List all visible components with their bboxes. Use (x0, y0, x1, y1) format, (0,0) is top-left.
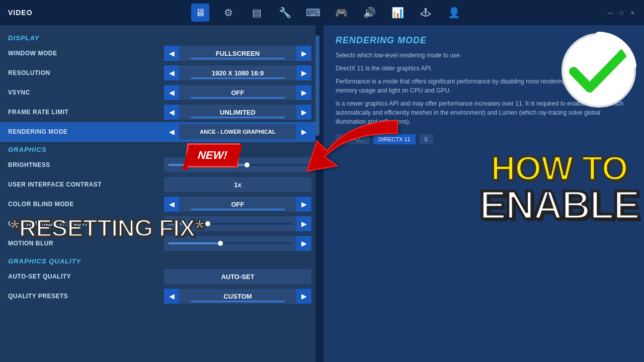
minimize-button[interactable]: — (607, 9, 614, 16)
vsync-control: ◀ OFF ▶ (164, 85, 311, 100)
resolution-control: ◀ 1920 X 1080 16:9 ▶ (164, 65, 311, 80)
nav-keyboard-icon[interactable]: ⌨ (304, 4, 322, 22)
rendering-desc-2: DirectX 11 is the older graphics API. (336, 64, 632, 73)
frame-rate-left-arrow[interactable]: ◀ (164, 105, 179, 120)
rendering-desc-1: Selects which low-level rendering mode t… (336, 51, 632, 60)
nav-tool-icon[interactable]: 🔧 (276, 4, 294, 22)
window-mode-value: FULLSCREEN (179, 46, 296, 61)
nav-icons: 🖥 ⚙ ▤ 🔧 ⌨ 🎮 🔊 📊 🕹 👤 (48, 4, 607, 22)
section-header-display: DISPLAY (0, 30, 319, 44)
nav-account-icon[interactable]: 👤 (445, 4, 463, 22)
setting-row-vsync: VSYNC ◀ OFF ▶ (0, 83, 319, 103)
setting-row-motion-blur: MOTION BLUR ▶ (0, 234, 319, 253)
nav-audio-icon[interactable]: 🔊 (360, 4, 378, 22)
nav-network-icon[interactable]: 📊 (388, 4, 407, 22)
setting-row-rendering-mode[interactable]: RENDERING MODE ◀ ANCE - LOWER GRAPHICAL … (0, 122, 319, 142)
motion-blur-control: ▶ (164, 236, 311, 251)
rendering-mode-right-arrow[interactable]: ▶ (296, 124, 311, 139)
window-mode-control: ◀ FULLSCREEN ▶ (164, 46, 311, 61)
setting-row-brightness: BRIGHTNESS (0, 155, 319, 175)
panel-divider (319, 25, 324, 362)
color-blind-strength-right-arrow[interactable]: ▶ (296, 216, 311, 231)
rendering-desc-3: Performance is a mode that offers signif… (336, 77, 632, 95)
frame-rate-label: FRAME RATE LIMIT (8, 109, 164, 116)
rendering-desc-4: is a newer graphics API and may offer pe… (336, 99, 632, 126)
dx-11-option[interactable]: DIRECTX 11 (373, 134, 416, 144)
vsync-right-arrow[interactable]: ▶ (296, 85, 311, 100)
window-mode-label: WINDOW MODE (8, 50, 164, 57)
nav-display-icon[interactable]: ▤ (248, 4, 266, 22)
vsync-value: OFF (179, 85, 296, 100)
setting-row-quality-presets: QUALITY PRESETS ◀ CUSTOM ▶ (0, 287, 319, 306)
color-blind-strength-control: ▶ (164, 216, 311, 231)
dx-12-option[interactable]: E (420, 134, 433, 144)
rendering-mode-left-arrow[interactable]: ◀ (164, 124, 179, 139)
motion-blur-right-arrow[interactable]: ▶ (296, 236, 311, 251)
app-title: VIDEO (8, 9, 33, 17)
color-blind-strength-slider[interactable] (164, 216, 296, 231)
motion-blur-label: MOTION BLUR (8, 240, 164, 247)
section-header-graphics: GRAPHICS (0, 142, 319, 155)
quality-presets-right-arrow[interactable]: ▶ (296, 289, 311, 304)
color-blind-control: ◀ OFF ▶ (164, 197, 311, 212)
color-blind-value: OFF (179, 197, 296, 212)
frame-rate-right-arrow[interactable]: ▶ (296, 105, 311, 120)
setting-row-auto-set: AUTO-SET QUALITY AUTO-SET (0, 267, 319, 287)
auto-set-label: AUTO-SET QUALITY (8, 273, 164, 280)
color-blind-label: COLOR BLIND MODE (8, 201, 164, 208)
motion-blur-slider[interactable] (164, 236, 296, 251)
close-button[interactable]: ✕ (629, 9, 636, 16)
auto-set-value: AUTO-SET (164, 269, 311, 284)
brightness-control (164, 157, 311, 172)
nav-controller-icon[interactable]: 🎮 (332, 4, 350, 22)
main-layout: DISPLAY WINDOW MODE ◀ FULLSCREEN ▶ RESOL… (0, 25, 644, 362)
auto-set-control: AUTO-SET (164, 269, 311, 284)
frame-rate-value: UNLIMITED (179, 105, 296, 120)
rendering-mode-title: RENDERING MODE (336, 35, 632, 46)
nav-settings-icon[interactable]: ⚙ (219, 4, 237, 22)
ui-contrast-value: 1x (164, 177, 311, 192)
scrollbar-thumb[interactable] (315, 35, 319, 136)
quality-presets-label: QUALITY PRESETS (8, 293, 164, 300)
nav-video-icon[interactable]: 🖥 (191, 4, 209, 22)
vsync-label: VSYNC (8, 89, 164, 96)
maximize-button[interactable]: □ (618, 9, 625, 16)
quality-presets-value: CUSTOM (179, 289, 296, 304)
setting-row-ui-contrast: USER INTERFACE CONTRAST 1x (0, 175, 319, 195)
ui-contrast-label: USER INTERFACE CONTRAST (8, 181, 164, 188)
scrollbar[interactable] (315, 25, 319, 362)
resolution-left-arrow[interactable]: ◀ (164, 65, 179, 80)
left-panel: DISPLAY WINDOW MODE ◀ FULLSCREEN ▶ RESOL… (0, 25, 319, 362)
setting-row-window-mode: WINDOW MODE ◀ FULLSCREEN ▶ (0, 44, 319, 63)
top-bar: VIDEO 🖥 ⚙ ▤ 🔧 ⌨ 🎮 🔊 📊 🕹 👤 — □ ✕ (0, 0, 644, 25)
resolution-value: 1920 X 1080 16:9 (179, 65, 296, 80)
resolution-right-arrow[interactable]: ▶ (296, 65, 311, 80)
rendering-options: PERFO... DIRECTX 11 E (336, 134, 632, 144)
section-header-gfx-quality: GRAPHICS QUALITY (0, 253, 319, 267)
dx-performance-option[interactable]: PERFO... (336, 134, 369, 144)
window-controls: — □ ✕ (607, 9, 636, 16)
setting-row-color-blind-strength: COLOR BLIND STRENGTH ▶ (0, 214, 319, 234)
window-mode-left-arrow[interactable]: ◀ (164, 46, 179, 61)
color-blind-strength-label: COLOR BLIND STRENGTH (8, 220, 164, 227)
setting-row-resolution: RESOLUTION ◀ 1920 X 1080 16:9 ▶ (0, 63, 319, 83)
resolution-label: RESOLUTION (8, 69, 164, 76)
window-mode-right-arrow[interactable]: ▶ (296, 46, 311, 61)
dx-options-row: PERFO... DIRECTX 11 E (336, 134, 632, 144)
color-blind-left-arrow[interactable]: ◀ (164, 197, 179, 212)
quality-presets-left-arrow[interactable]: ◀ (164, 289, 179, 304)
vsync-left-arrow[interactable]: ◀ (164, 85, 179, 100)
right-panel: RENDERING MODE Selects which low-level r… (324, 25, 644, 362)
frame-rate-control: ◀ UNLIMITED ▶ (164, 105, 311, 120)
quality-presets-control: ◀ CUSTOM ▶ (164, 289, 311, 304)
rendering-mode-value: ANCE - LOWER GRAPHICAL (179, 124, 296, 139)
rendering-mode-control: ◀ ANCE - LOWER GRAPHICAL ▶ (164, 124, 311, 139)
color-blind-right-arrow[interactable]: ▶ (296, 197, 311, 212)
nav-gamepad-icon[interactable]: 🕹 (417, 4, 435, 22)
brightness-slider[interactable] (164, 157, 311, 172)
rendering-mode-label: RENDERING MODE (8, 128, 164, 135)
ui-contrast-control: 1x (164, 177, 311, 192)
setting-row-color-blind: COLOR BLIND MODE ◀ OFF ▶ (0, 195, 319, 214)
setting-row-frame-rate: FRAME RATE LIMIT ◀ UNLIMITED ▶ (0, 103, 319, 122)
brightness-label: BRIGHTNESS (8, 161, 164, 168)
